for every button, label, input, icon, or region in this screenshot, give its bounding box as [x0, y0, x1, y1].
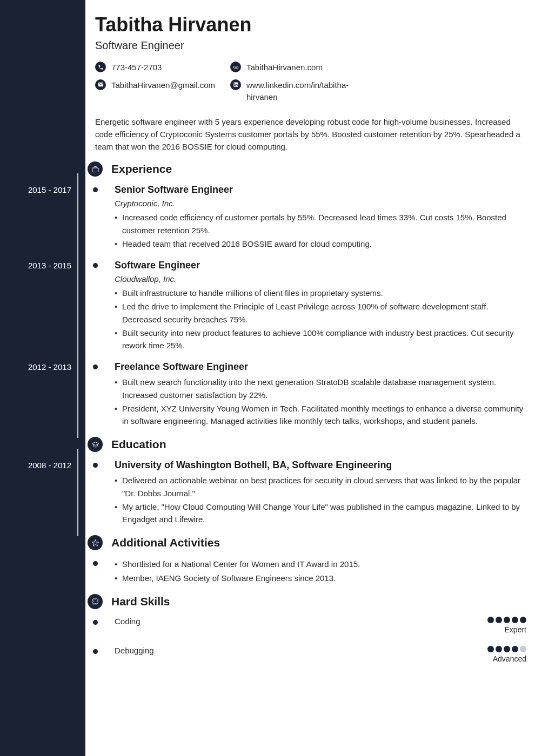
skill-level: Expert [487, 625, 526, 634]
bullet-item: Led the drive to implement the Principle… [115, 300, 526, 326]
school-name: University of Washington Bothell, BA, So… [115, 460, 526, 471]
job-title: Software Engineer [95, 39, 526, 52]
rating-dot [504, 646, 510, 652]
skill-rating-dots [487, 646, 526, 652]
timeline-dot [93, 561, 98, 566]
activities-title: Additional Activities [111, 536, 220, 549]
bullet-item: Member, IAENG Society of Software Engine… [115, 572, 526, 584]
briefcase-icon [88, 161, 103, 177]
rating-dot [520, 646, 526, 652]
experience-item: 2012 - 2013Freelance Software EngineerBu… [95, 361, 526, 427]
timeline-dot [93, 187, 98, 192]
experience-item: 2013 - 2015Software EngineerCloudwallop,… [95, 260, 526, 352]
bullet-item: Delivered an actionable webinar on best … [115, 474, 526, 500]
job-bullets: Increased code efficiency of customer po… [115, 211, 526, 250]
contact-website: TabithaHirvanen.com [230, 62, 526, 74]
activities-bullets: Shortlisted for a National Center for Wo… [115, 558, 526, 584]
date-range: 2008 - 2012 [28, 461, 71, 470]
bullet-item: Built security into new product features… [115, 327, 526, 352]
rating-dot [487, 646, 494, 652]
person-name: Tabitha Hirvanen [95, 14, 526, 36]
skills-title: Hard Skills [111, 595, 170, 608]
timeline-dot [93, 463, 98, 468]
bullet-item: Shortlisted for a National Center for Wo… [115, 558, 526, 570]
bullet-item: Headed team that received 2016 BOSSIE aw… [115, 238, 526, 250]
job-bullets: Built infrastructure to handle millions … [115, 287, 526, 352]
skill-row: DebuggingAdvanced [95, 646, 526, 663]
sidebar-panel [0, 0, 85, 756]
resume-content: Tabitha Hirvanen Software Engineer 773-4… [85, 0, 535, 756]
role-title: Software Engineer [115, 260, 526, 271]
bullet-item: Built new search functionality into the … [115, 376, 526, 401]
education-header: Education [88, 437, 526, 452]
link-icon [230, 62, 241, 72]
bullet-item: President, XYZ University Young Women in… [115, 402, 526, 428]
summary-text: Energetic software engineer with 5 years… [95, 116, 526, 153]
rating-dot [512, 646, 518, 652]
experience-item: 2015 - 2017Senior Software EngineerCrypt… [95, 184, 526, 250]
timeline-dot [93, 364, 98, 369]
rating-dot [504, 617, 510, 623]
company-name: Cloudwallop, Inc. [115, 274, 526, 284]
bullet-item: Built infrastructure to handle millions … [115, 287, 526, 299]
star-icon [88, 535, 103, 550]
graduation-icon [88, 437, 103, 452]
contact-phone: 773-457-2703 [95, 62, 230, 74]
rating-dot [496, 646, 502, 652]
company-name: Cryptoconic, Inc. [115, 199, 526, 208]
rating-dot [487, 617, 494, 623]
activities-header: Additional Activities [88, 535, 526, 550]
puzzle-icon [88, 594, 103, 609]
skills-header: Hard Skills [88, 594, 526, 609]
contact-grid: 773-457-2703 TabithaHirvanen.com Tabitha… [95, 62, 526, 104]
timeline-dot [93, 263, 98, 268]
role-title: Senior Software Engineer [115, 184, 526, 195]
contact-email: TabithaHirvanen@gmail.com [95, 79, 230, 104]
phone-text: 773-457-2703 [111, 62, 162, 74]
skill-name: Coding [115, 617, 141, 626]
timeline-dot [93, 620, 98, 625]
skill-rating-dots [487, 617, 526, 623]
rating-dot [512, 617, 518, 623]
date-range: 2012 - 2013 [28, 362, 71, 372]
phone-icon [95, 62, 106, 72]
date-range: 2013 - 2015 [28, 261, 71, 270]
date-range: 2015 - 2017 [28, 185, 71, 194]
education-bullets: Delivered an actionable webinar on best … [115, 474, 526, 525]
skill-level: Advanced [487, 654, 526, 663]
role-title: Freelance Software Engineer [115, 361, 526, 373]
rating-dot [520, 617, 526, 623]
experience-header: Experience [88, 161, 526, 177]
timeline-dot [93, 649, 98, 654]
skill-row: CodingExpert [95, 617, 526, 634]
linkedin-text: www.linkedin.com/in/tabitha-hirvanen [246, 79, 355, 104]
email-icon [95, 79, 106, 90]
rating-dot [496, 617, 502, 623]
skill-name: Debugging [115, 646, 154, 655]
job-bullets: Built new search functionality into the … [115, 376, 526, 427]
experience-title: Experience [111, 163, 172, 176]
education-title: Education [111, 438, 166, 451]
bullet-item: Increased code efficiency of customer po… [115, 211, 526, 237]
website-text: TabithaHirvanen.com [246, 62, 323, 74]
activities-item: Shortlisted for a National Center for Wo… [95, 558, 526, 584]
email-text: TabithaHirvanen@gmail.com [111, 79, 215, 92]
svg-rect-0 [92, 168, 98, 172]
contact-linkedin: www.linkedin.com/in/tabitha-hirvanen [230, 79, 526, 104]
education-item: 2008 - 2012University of Washington Both… [95, 460, 526, 525]
bullet-item: My article, "How Cloud Computing Will Ch… [115, 501, 526, 526]
linkedin-icon [230, 79, 241, 90]
